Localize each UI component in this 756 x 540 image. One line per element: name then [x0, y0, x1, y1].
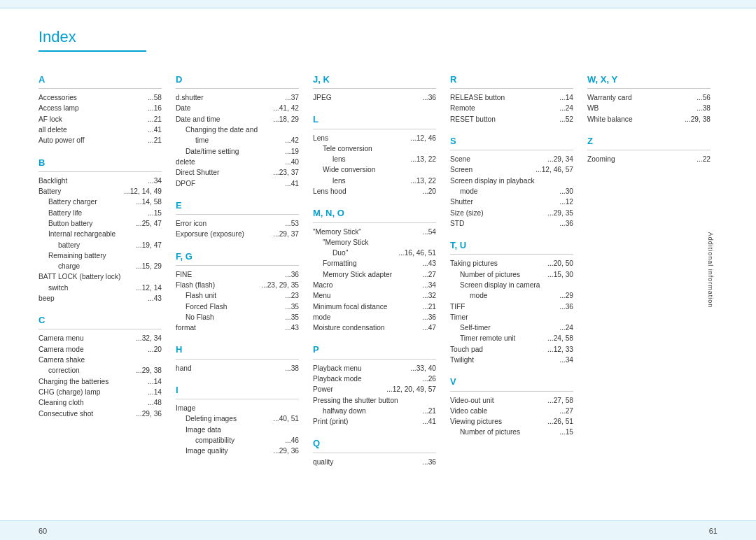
index-entry: format ...43 — [176, 322, 299, 333]
index-entry: Duo" ...16, 46, 51 — [313, 248, 436, 258]
index-entry: Camera menu ...32, 34 — [38, 333, 162, 343]
entry-name: STD — [450, 218, 559, 229]
entry-page: ...20 — [148, 344, 162, 355]
entry-page: ...21 — [148, 114, 162, 125]
page-title: Index — [38, 28, 146, 52]
entry-page: ...15, 30 — [547, 269, 573, 280]
index-entry: mode ...30 — [450, 186, 573, 197]
index-entry: Internal rechargeable — [38, 229, 162, 239]
entry-page: ...14 — [559, 92, 573, 103]
index-entry: Accessories ...58 — [38, 92, 162, 103]
page-container: Index AAccessories ...58Access lamp ...1… — [0, 0, 756, 540]
entry-page: ...29, 34 — [547, 154, 573, 164]
section-heading: A — [38, 73, 162, 89]
entry-page: ...36 — [559, 218, 573, 229]
entry-page: ...16 — [148, 103, 162, 113]
index-entry: Wide conversion — [313, 164, 436, 175]
entry-name: Image quality — [186, 446, 273, 456]
entry-page: ...26, 51 — [547, 416, 573, 427]
entry-page: ...27 — [422, 269, 436, 280]
entry-page: ...23, 37 — [273, 167, 299, 178]
index-entry: Playback mode ...26 — [313, 374, 436, 384]
index-entry: Date ...41, 42 — [176, 103, 299, 113]
entry-name: Image — [176, 403, 299, 413]
entry-page: ...25, 47 — [136, 218, 162, 229]
entry-page: ...12, 46 — [410, 133, 436, 143]
entry-name: Consecutive shot — [38, 408, 136, 419]
entry-page: ...35 — [285, 312, 299, 322]
entry-page: ...42 — [285, 135, 299, 145]
section-heading: J, K — [313, 73, 436, 89]
section-heading: Z — [587, 134, 710, 150]
index-entry: lens ...13, 22 — [313, 176, 436, 186]
entry-name: Camera menu — [38, 333, 136, 343]
index-entry: Forced Flash ...35 — [176, 301, 299, 312]
index-entry: Remote ...24 — [450, 103, 573, 113]
entry-name: Date — [176, 103, 273, 113]
entry-name: Cleaning cloth — [38, 397, 148, 408]
entry-page: ...47 — [422, 322, 436, 333]
entry-name: Accessories — [38, 92, 148, 103]
section-l: LLens ...12, 46Tele conversionlens ...13… — [313, 113, 436, 197]
entry-page: ...12 — [559, 197, 573, 207]
entry-name: Memory Stick adapter — [323, 269, 422, 280]
entry-name: BATT LOCK (battery lock) — [38, 271, 162, 282]
entry-name: Auto power off — [38, 135, 148, 145]
index-entry: d.shutter ...37 — [176, 92, 299, 103]
entry-name: Shutter — [450, 197, 559, 207]
entry-name: FINE — [176, 269, 285, 280]
index-entry: Screen display in playback — [450, 176, 573, 186]
section-s: SScene ...29, 34Screen ...12, 46, 57Scre… — [450, 134, 573, 229]
entry-page: ...58 — [148, 92, 162, 103]
index-entry: CHG (charge) lamp ...14 — [38, 387, 162, 397]
entry-page: ...33, 40 — [410, 363, 436, 374]
index-entry: Timer remote unit ...24, 58 — [450, 333, 573, 343]
section-heading: P — [313, 343, 436, 359]
section-heading: B — [38, 156, 162, 172]
entry-name: mode — [470, 290, 559, 301]
index-entry: White balance ...29, 38 — [587, 114, 710, 125]
index-entry: Battery life ...15 — [38, 208, 162, 218]
section-heading: W, X, Y — [587, 73, 710, 89]
entry-name: Backlight — [38, 176, 148, 186]
entry-page: ...16, 46, 51 — [398, 248, 436, 258]
entry-page: ...24, 58 — [547, 333, 573, 343]
section-h: Hhand ...38 — [176, 343, 299, 373]
section-heading: H — [176, 343, 299, 359]
index-entry: Twilight ...34 — [450, 355, 573, 365]
entry-page: ...29, 38 — [685, 114, 710, 125]
index-entry: correction ...29, 38 — [38, 365, 162, 376]
side-label: Additional information — [708, 232, 715, 308]
entry-name: Battery life — [48, 208, 148, 218]
section-a: AAccessories ...58Access lamp ...16AF lo… — [38, 73, 162, 146]
entry-name: Flash (flash) — [176, 280, 261, 290]
section-heading: Q — [313, 436, 436, 453]
entry-name: Tele conversion — [323, 143, 436, 154]
entry-page: ...27 — [559, 406, 573, 416]
entry-page: ...12, 14 — [136, 283, 162, 293]
index-entry: Macro ...34 — [313, 280, 436, 290]
index-entry: Size (size) ...29, 35 — [450, 208, 573, 218]
index-entry: Exporsure (exposure) ...29, 37 — [176, 229, 299, 239]
entry-name: Moisture condensation — [313, 322, 422, 333]
entry-name: RESET button — [450, 114, 559, 125]
entry-name: Formatting — [323, 258, 422, 269]
entry-page: ...24 — [559, 103, 573, 113]
index-entry: DPOF ...41 — [176, 178, 299, 189]
entry-name: quality — [313, 457, 422, 467]
index-entry: Camera shake — [38, 355, 162, 365]
entry-name: Pressing the shutter button — [313, 395, 436, 406]
entry-name: Lens hood — [313, 186, 422, 197]
entry-name: all delete — [38, 125, 148, 135]
entry-page: ...30 — [559, 186, 573, 197]
index-entry: WB ...38 — [587, 103, 710, 113]
index-entry: beep ...43 — [38, 293, 162, 304]
entry-name: Changing the date and — [186, 125, 299, 135]
section-w--x--y: W, X, YWarranty card ...56WB ...38White … — [587, 73, 710, 125]
index-entry: halfway down ...21 — [313, 406, 436, 416]
entry-page: ...12, 33 — [547, 344, 573, 355]
section-r: RRELEASE button ...14Remote ...24RESET b… — [450, 73, 573, 125]
entry-page: ...36 — [559, 301, 573, 312]
entry-name: Duo" — [332, 248, 398, 258]
index-entry: Memory Stick adapter ...27 — [313, 269, 436, 280]
